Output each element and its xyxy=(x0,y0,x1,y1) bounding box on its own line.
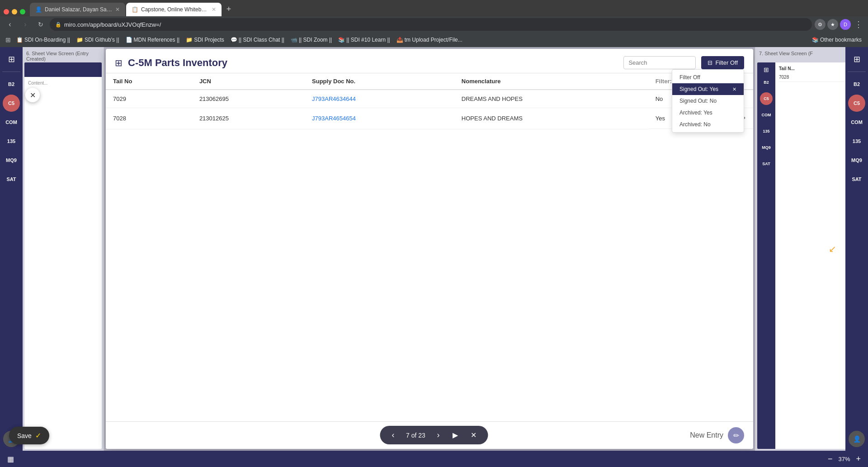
filter-option-signed-no[interactable]: Signed Out: No xyxy=(672,95,744,107)
filter-button[interactable]: ⊟ Filter Off xyxy=(701,56,744,69)
col-nomenclature: Nomenclature xyxy=(454,73,648,90)
bookmark-2[interactable]: 📁 SDI Github's || xyxy=(74,36,122,44)
tab-1[interactable]: 👤 Daniel Salazar, Dayan Sauerbr... ✕ xyxy=(30,3,125,16)
col-supply-doc: Supply Doc No. xyxy=(305,73,454,90)
sidebar-grid-icon-left[interactable]: ⊞ xyxy=(3,51,20,68)
filter-option-signed-yes[interactable]: Signed Out: Yes ✕ xyxy=(672,83,744,95)
inventory-table: Tail No JCN Supply Doc No. Nomenclature … xyxy=(106,73,753,129)
filter-active-close: ✕ xyxy=(732,86,736,92)
filter-icon: ⊟ xyxy=(708,59,712,66)
menu-icon[interactable]: ⋮ xyxy=(853,19,864,29)
sidebar-item-com-right[interactable]: COM xyxy=(848,114,865,131)
cell-supply-7029: J793AR4634644 xyxy=(305,90,454,108)
window-controls[interactable] xyxy=(4,9,25,14)
sidebar-item-sat-left[interactable]: SAT xyxy=(3,171,20,188)
next-page-button[interactable]: › xyxy=(434,429,443,441)
other-bookmarks[interactable]: 📚 Other bookmarks xyxy=(809,36,864,44)
widget-controls: ⊟ Filter Off Filter Off Signed Out: Yes … xyxy=(623,56,744,69)
bookmark-apps-icon[interactable]: ⊞ xyxy=(4,35,13,44)
save-label: Save xyxy=(17,432,32,439)
sidebar-item-b2-right[interactable]: B2 xyxy=(848,76,865,93)
frame-label-right: 7. Sheet View Screen (F xyxy=(759,51,813,56)
tab2-close[interactable]: ✕ xyxy=(212,6,216,13)
bookmark-7[interactable]: 📚 || SDI #10 Learn || xyxy=(335,36,393,44)
widget-table-container: Tail No JCN Supply Doc No. Nomenclature … xyxy=(106,73,753,129)
new-entry-button[interactable]: ✏ xyxy=(728,427,744,443)
cell-nomenclature-7029: DREAMS AND HOPES xyxy=(454,90,648,108)
filter-option-archived-yes[interactable]: Archived: Yes xyxy=(672,107,744,119)
sidebar-item-com-left[interactable]: COM xyxy=(3,114,20,131)
col-tail-no: Tail No xyxy=(106,73,192,90)
bookmark-8[interactable]: 📤 tm Upload Project/File... xyxy=(394,36,465,44)
tab1-title: Daniel Salazar, Dayan Sauerbr... xyxy=(45,6,113,13)
supply-link-7029[interactable]: J793AR4634644 xyxy=(312,95,356,102)
widget-table-icon: ⊞ xyxy=(115,57,123,68)
bookmark-3[interactable]: 📄 MDN References || xyxy=(123,36,183,44)
bottom-toolbar: ▦ − 37% + xyxy=(0,451,868,467)
prev-page-button[interactable]: ‹ xyxy=(389,429,397,441)
browser-extensions: ⚙ ★ D ⋮ xyxy=(815,19,864,30)
profile-icon[interactable]: D xyxy=(840,19,851,30)
sidebar-item-c5-right[interactable]: C5 xyxy=(848,95,865,112)
sidebar-item-135-left[interactable]: 135 xyxy=(3,133,20,150)
cursor-indicator: ↙ xyxy=(829,243,836,254)
filter-option-off[interactable]: Filter Off xyxy=(672,71,744,83)
sidebar-item-135-right[interactable]: 135 xyxy=(848,133,865,150)
bookmark-4[interactable]: 📁 SDI Projects xyxy=(183,36,227,44)
forward-button[interactable]: › xyxy=(19,18,32,31)
zoom-level: 37% xyxy=(836,456,852,462)
widget-header: ⊞ C-5M Parts Inventory ⊟ Filter Off Filt… xyxy=(106,49,753,73)
grid-view-button[interactable]: ▦ xyxy=(7,455,14,463)
cell-jcn-7028: 213012625 xyxy=(192,108,305,129)
ext-icon-2[interactable]: ★ xyxy=(827,19,838,30)
ext-icon-1[interactable]: ⚙ xyxy=(815,19,826,30)
pagination-bar: ‹ 7 of 23 › ▶ ✕ xyxy=(380,426,488,444)
cell-supply-7028: J793AR4654654 xyxy=(305,108,454,129)
sidebar-grid-icon-right[interactable]: ⊞ xyxy=(848,51,865,68)
url-text: miro.com/app/board/uXJVOqfEnzw=/ xyxy=(64,21,161,28)
main-widget: ⊞ C-5M Parts Inventory ⊟ Filter Off Filt… xyxy=(106,49,753,449)
save-check-icon: ✓ xyxy=(35,431,41,440)
table-row: 7029 213062695 J793AR4634644 DREAMS AND … xyxy=(106,90,753,108)
sidebar-item-b2-left[interactable]: B2 xyxy=(3,76,20,93)
supply-link-7028[interactable]: J793AR4654654 xyxy=(312,115,356,122)
tab2-title: Capstone, Online Whiteboard fo... xyxy=(141,6,209,13)
play-button[interactable]: ▶ xyxy=(450,430,461,440)
tab-bar: 👤 Daniel Salazar, Dayan Sauerbr... ✕ 📋 C… xyxy=(0,0,868,16)
canvas-area: 6. Sheet View Screen (Entry Created) Con… xyxy=(23,47,845,451)
filter-option-archived-no[interactable]: Archived: No xyxy=(672,119,744,130)
save-button-area: Save ✓ xyxy=(9,427,49,444)
widget-title: C-5M Parts Inventory xyxy=(128,57,227,69)
frame-label-left: 6. Sheet View Screen (Entry Created) xyxy=(26,51,104,62)
bookmark-5[interactable]: 💬 || SDI Class Chat || xyxy=(228,36,287,44)
right-sidebar: ⊞ B2 C5 COM 135 MQ9 SAT 👤 xyxy=(845,47,868,451)
bookmarks-bar: ⊞ 📋 SDI On-Boarding || 📁 SDI Github's ||… xyxy=(0,33,868,47)
url-field[interactable]: 🔒 miro.com/app/board/uXJVOqfEnzw=/ xyxy=(50,18,812,31)
zoom-out-button[interactable]: − xyxy=(828,454,833,464)
sidebar-item-mq9-left[interactable]: MQ9 xyxy=(3,152,20,169)
close-presentation-button[interactable]: ✕ xyxy=(468,430,479,440)
avatar-right[interactable]: 👤 xyxy=(849,431,865,447)
table-row: 7028 213012625 J793AR4654654 HOPES AND D… xyxy=(106,108,753,129)
filter-dropdown: Filter Off Signed Out: Yes ✕ Signed Out:… xyxy=(672,69,744,133)
close-panel-button[interactable]: ✕ xyxy=(25,88,40,102)
sidebar-item-c5-left[interactable]: C5 xyxy=(3,95,20,112)
bookmark-6[interactable]: 📹 || SDI Zoom || xyxy=(288,36,335,44)
zoom-in-button[interactable]: + xyxy=(856,454,861,464)
filter-label: Filter Off xyxy=(715,59,738,66)
page-indicator: 7 of 23 xyxy=(405,432,427,439)
search-input[interactable] xyxy=(623,56,696,69)
tab-2[interactable]: 📋 Capstone, Online Whiteboard fo... ✕ xyxy=(126,3,222,16)
save-button[interactable]: Save ✓ xyxy=(9,427,49,444)
new-tab-button[interactable]: + xyxy=(222,3,235,15)
sidebar-item-mq9-right[interactable]: MQ9 xyxy=(848,152,865,169)
back-button[interactable]: ‹ xyxy=(4,18,16,31)
reload-button[interactable]: ↻ xyxy=(34,18,47,31)
browser-chrome: 👤 Daniel Salazar, Dayan Sauerbr... ✕ 📋 C… xyxy=(0,0,868,47)
tab1-close[interactable]: ✕ xyxy=(115,6,120,13)
sidebar-item-sat-right[interactable]: SAT xyxy=(848,171,865,188)
new-entry-label: New Entry xyxy=(690,431,723,439)
filter-button-container: ⊟ Filter Off Filter Off Signed Out: Yes … xyxy=(701,56,744,69)
url-lock-icon: 🔒 xyxy=(55,22,61,28)
bookmark-1[interactable]: 📋 SDI On-Boarding || xyxy=(14,36,73,44)
